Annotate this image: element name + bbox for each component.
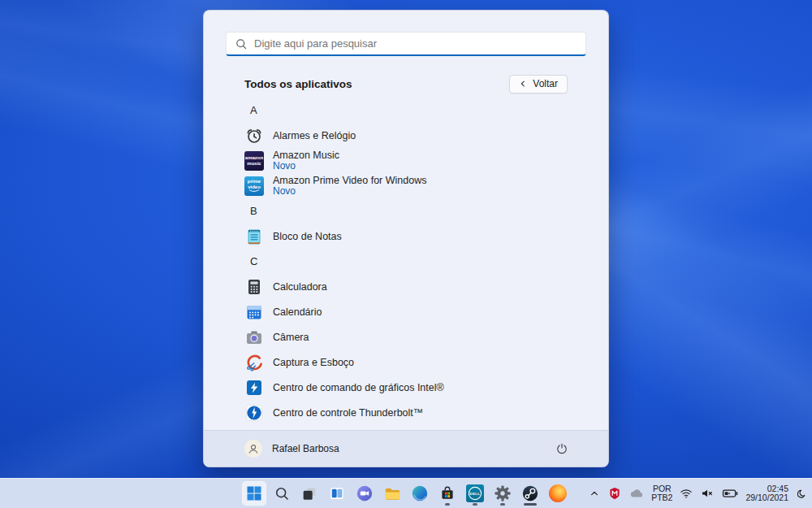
- battery-tray-button[interactable]: [719, 481, 741, 506]
- app-label: Centro de controle Thunderbolt™: [273, 407, 423, 419]
- app-label: Alarmes e Relógio: [273, 130, 356, 141]
- battery-charging-icon: [721, 484, 739, 502]
- chat-icon: [356, 484, 374, 502]
- section-letter-b[interactable]: B: [204, 198, 608, 224]
- file-explorer-icon: [383, 484, 402, 503]
- app-item-captura-e-esboco[interactable]: Captura e Esboço: [204, 350, 608, 375]
- power-button[interactable]: [551, 438, 572, 459]
- app-label: Amazon Music: [273, 150, 339, 161]
- active-window-indicator: [524, 503, 537, 506]
- taskbar: DELL: [0, 478, 812, 508]
- widgets-icon: [328, 484, 346, 502]
- section-letter-label: C: [250, 255, 257, 267]
- running-indicator: [445, 503, 450, 506]
- windows-logo-icon: [246, 485, 262, 501]
- app-item-camera[interactable]: Câmera: [204, 324, 608, 350]
- notepad-icon: [244, 227, 264, 246]
- start-button[interactable]: [242, 481, 266, 506]
- volume-muted-icon: [700, 486, 715, 501]
- user-avatar-icon: [244, 440, 262, 458]
- desktop: Todos os aplicativos Voltar A: [0, 0, 812, 508]
- back-button[interactable]: Voltar: [509, 75, 568, 93]
- section-letter-a[interactable]: A: [204, 98, 608, 123]
- steam-button[interactable]: [518, 481, 542, 506]
- prime-video-icon: prime video: [244, 176, 264, 196]
- search-icon: [274, 485, 291, 502]
- wifi-tray-button[interactable]: [677, 481, 695, 506]
- alarm-clock-icon: [244, 126, 264, 145]
- back-button-label: Voltar: [533, 78, 558, 89]
- app-item-thunderbolt[interactable]: Centro de controle Thunderbolt™: [204, 400, 608, 425]
- tray-time: 02:45: [767, 484, 788, 493]
- tray-date: 29/10/2021: [745, 493, 788, 502]
- app-item-amazon-music[interactable]: amazon music Amazon Music Novo: [204, 148, 608, 173]
- app-item-alarmes[interactable]: Alarmes e Relógio: [204, 123, 608, 148]
- app-label: Calendário: [273, 306, 322, 318]
- camera-icon: [244, 328, 264, 347]
- app-label: Amazon Prime Video for Windows: [273, 175, 426, 186]
- calendar-icon: [244, 302, 264, 322]
- user-account-button[interactable]: Rafael Barbosa: [244, 431, 339, 467]
- taskbar-center: DELL: [242, 479, 570, 508]
- start-menu-footer: Rafael Barbosa: [204, 430, 608, 467]
- task-view-button[interactable]: [297, 481, 322, 506]
- mcafee-shield-icon: [607, 486, 622, 501]
- intel-graphics-icon: [244, 378, 264, 397]
- settings-button[interactable]: [490, 481, 515, 506]
- dell-icon: DELL: [466, 484, 484, 502]
- file-explorer-button[interactable]: [380, 481, 404, 506]
- section-letter-c[interactable]: C: [204, 249, 608, 274]
- language-indicator[interactable]: PORPTB2: [650, 481, 674, 506]
- chevron-left-icon: [519, 80, 527, 88]
- taskbar-search-button[interactable]: [270, 481, 294, 506]
- start-menu-panel: Todos os aplicativos Voltar A: [203, 10, 609, 467]
- firefox-button[interactable]: [546, 481, 570, 506]
- microsoft-store-button[interactable]: [435, 481, 460, 506]
- edge-icon: [411, 484, 429, 502]
- language-code: POR: [653, 484, 672, 493]
- thunderbolt-icon: [244, 403, 264, 423]
- volume-muted-button[interactable]: [698, 481, 716, 506]
- app-label: Bloco de Notas: [273, 231, 342, 242]
- all-apps-title: Todos os aplicativos: [244, 78, 352, 90]
- mcafee-tray-button[interactable]: [606, 481, 624, 506]
- onedrive-tray-button[interactable]: [627, 481, 646, 506]
- app-item-calendario[interactable]: Calendário: [204, 299, 608, 324]
- user-name: Rafael Barbosa: [272, 443, 339, 454]
- app-label: Calculadora: [273, 281, 327, 293]
- clock-tray-button[interactable]: 02:4529/10/2021: [744, 481, 790, 506]
- calculator-icon: [244, 277, 264, 297]
- new-badge: Novo: [273, 161, 339, 172]
- snip-sketch-icon: [244, 353, 264, 372]
- keyboard-layout: PTB2: [651, 493, 672, 502]
- widgets-button[interactable]: [325, 481, 349, 506]
- chat-button[interactable]: [352, 481, 377, 506]
- settings-gear-icon: [494, 484, 512, 502]
- search-icon: [235, 34, 248, 54]
- onedrive-cloud-icon: [628, 485, 645, 501]
- dell-app-button[interactable]: DELL: [463, 481, 487, 506]
- edge-button[interactable]: [408, 481, 432, 506]
- app-item-calculadora[interactable]: Calculadora: [204, 274, 608, 299]
- search-input[interactable]: [254, 37, 577, 50]
- running-indicator: [500, 503, 505, 506]
- power-icon: [555, 441, 569, 456]
- steam-icon: [521, 484, 539, 502]
- system-tray: PORPTB2: [586, 479, 810, 508]
- chevron-up-icon: [588, 487, 601, 500]
- app-item-intel-graphics[interactable]: Centro de comando de gráficos Intel®: [204, 375, 608, 400]
- app-label: Captura e Esboço: [273, 357, 354, 368]
- app-item-prime-video[interactable]: prime video Amazon Prime Video for Windo…: [204, 173, 608, 198]
- microsoft-store-icon: [438, 484, 456, 502]
- app-list: A Alarmes e Relógio amazon: [204, 98, 608, 425]
- app-label: Câmera: [273, 332, 309, 343]
- search-box[interactable]: [226, 32, 586, 56]
- all-apps-header: Todos os aplicativos Voltar: [244, 74, 568, 93]
- amazon-music-icon: amazon music: [244, 151, 264, 171]
- app-item-bloco-de-notas[interactable]: Bloco de Notas: [204, 224, 608, 249]
- section-letter-label: B: [250, 205, 257, 217]
- focus-assist-button[interactable]: [793, 481, 810, 506]
- tray-overflow-button[interactable]: [586, 481, 603, 506]
- new-badge: Novo: [273, 186, 426, 197]
- moon-icon: [795, 487, 809, 501]
